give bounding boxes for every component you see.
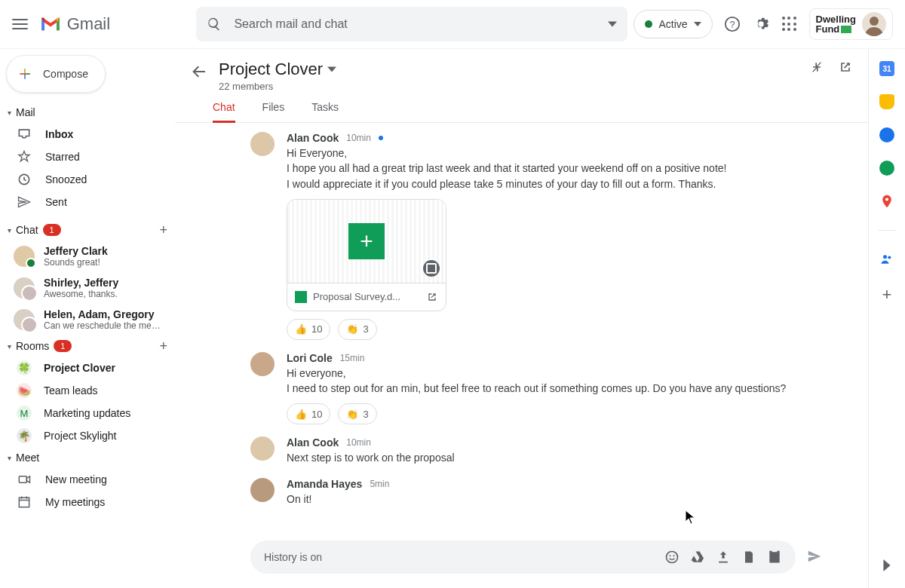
- tab-files[interactable]: Files: [262, 101, 285, 122]
- doc-icon: [17, 217, 32, 218]
- room-item[interactable]: 🌴Project Skylight: [6, 424, 175, 447]
- chat-thread[interactable]: Jeffery ClarkSounds great!: [6, 240, 175, 272]
- add-addon-icon[interactable]: +: [882, 285, 892, 305]
- avatar-icon: [250, 352, 275, 376]
- help-icon[interactable]: ?: [723, 15, 741, 33]
- chevron-down-icon: [694, 22, 701, 26]
- tab-tasks[interactable]: Tasks: [311, 101, 339, 122]
- svg-point-6: [667, 552, 678, 563]
- room-item[interactable]: 🍀Project Clover: [6, 357, 175, 379]
- chat-message: Alan Cook10minHi Everyone,I hope you all…: [190, 127, 853, 348]
- svg-rect-4: [19, 476, 26, 482]
- settings-icon[interactable]: [752, 15, 770, 33]
- open-new-window-icon[interactable]: [838, 60, 853, 75]
- mail-nav-sent[interactable]: Sent: [6, 191, 175, 213]
- contacts-icon[interactable]: [879, 161, 894, 176]
- expand-rail-icon[interactable]: [883, 559, 891, 588]
- tasks-icon[interactable]: [879, 127, 894, 142]
- sidebar-section-meet[interactable]: ▾Meet: [6, 447, 175, 468]
- message-author: Amanda Hayes: [287, 478, 362, 490]
- sidebar-section-chat[interactable]: ▾Chat1+: [6, 219, 175, 240]
- back-arrow-icon[interactable]: [190, 63, 208, 81]
- room-emoji-icon: 🌴: [17, 428, 32, 443]
- meet-new-meeting[interactable]: New meeting: [6, 468, 175, 491]
- status-chip[interactable]: Active: [634, 10, 712, 38]
- sidebar-section-mail[interactable]: ▾Mail: [6, 102, 175, 123]
- chat-thread[interactable]: Helen, Adam, GregoryCan we reschedule th…: [6, 304, 175, 335]
- workspace-brand[interactable]: DwellingFund: [809, 8, 893, 40]
- mail-nav-snoozed[interactable]: Snoozed: [6, 168, 175, 191]
- search-bar[interactable]: [196, 7, 627, 41]
- svg-rect-9: [775, 557, 778, 559]
- message-text: Hi Everyone,I hope you all had a great t…: [287, 145, 853, 191]
- collapse-icon[interactable]: [809, 60, 824, 75]
- room-emoji-icon: M: [17, 406, 32, 421]
- room-title[interactable]: Project Clover: [219, 60, 336, 79]
- reaction-chip[interactable]: 👏3: [338, 319, 376, 340]
- mail-nav-inbox[interactable]: Inbox: [6, 123, 175, 145]
- member-count[interactable]: 22 members: [219, 81, 336, 92]
- chat-badge: 1: [43, 224, 61, 236]
- clock-icon: [17, 172, 32, 187]
- send-button[interactable]: [806, 548, 823, 567]
- calendar-icon[interactable]: 31: [879, 61, 894, 76]
- drive-icon[interactable]: [690, 550, 705, 565]
- open-external-icon[interactable]: [426, 291, 438, 303]
- message-time: 10min: [346, 437, 371, 448]
- sidebar-section-rooms[interactable]: ▾Rooms1+: [6, 335, 175, 357]
- account-avatar[interactable]: [862, 12, 886, 36]
- upload-icon[interactable]: [716, 550, 731, 565]
- svg-point-10: [885, 198, 888, 201]
- plus-multicolor-icon: [17, 66, 32, 81]
- svg-point-11: [883, 255, 887, 259]
- keep-icon[interactable]: [879, 94, 894, 109]
- avatar-icon: [250, 436, 275, 461]
- meet-my-meetings[interactable]: My meetings: [6, 491, 175, 513]
- maps-icon[interactable]: [879, 194, 894, 209]
- search-input[interactable]: [232, 17, 597, 32]
- doc-icon[interactable]: [741, 550, 756, 565]
- rooms-badge: 1: [54, 340, 72, 352]
- chat-thread[interactable]: Shirley, JefferyAwesome, thanks.: [6, 272, 175, 304]
- gmail-icon: [40, 16, 61, 32]
- compose-placeholder: History is on: [264, 551, 654, 563]
- avatar-icon: [14, 309, 35, 330]
- emoji-icon[interactable]: [664, 550, 680, 565]
- reaction-chip[interactable]: 👍10: [287, 403, 330, 424]
- message-text: On it!: [287, 492, 853, 507]
- avatar-icon: [14, 246, 35, 267]
- fullscreen-icon[interactable]: [423, 260, 440, 277]
- reaction-row: 👍10👏3: [287, 403, 853, 424]
- room-item[interactable]: 🍉Team leads: [6, 379, 175, 402]
- svg-point-2: [870, 17, 879, 26]
- app-header: Gmail Active ? DwellingFund: [0, 0, 905, 49]
- mail-nav-drafts[interactable]: Drafts: [6, 213, 175, 218]
- room-emoji-icon: 🍉: [17, 383, 32, 398]
- menu-icon[interactable]: [12, 15, 28, 33]
- status-label: Active: [658, 18, 687, 30]
- apps-icon[interactable]: [781, 15, 799, 33]
- attachment-card[interactable]: +Proposal Survey.d...: [287, 199, 446, 311]
- side-rail: 31 +: [869, 49, 905, 588]
- room-item[interactable]: MMarketing updates: [6, 402, 175, 424]
- gmail-logo-area[interactable]: Gmail: [40, 14, 146, 34]
- message-time: 5min: [370, 479, 389, 489]
- search-options-icon[interactable]: [608, 20, 617, 29]
- status-dot-icon: [645, 20, 652, 28]
- messages-scroll[interactable]: Alan Cook10minHi Everyone,I hope you all…: [175, 123, 868, 531]
- message-time: 15min: [340, 353, 365, 363]
- add-room-icon[interactable]: +: [159, 338, 167, 354]
- video-icon: [17, 472, 32, 487]
- reaction-chip[interactable]: 👍10: [287, 319, 330, 340]
- compose-button[interactable]: Compose: [6, 55, 106, 93]
- svg-point-7: [670, 555, 671, 556]
- mail-nav-starred[interactable]: Starred: [6, 145, 175, 168]
- tab-chat[interactable]: Chat: [213, 101, 235, 123]
- calendar-schedule-icon[interactable]: [767, 550, 782, 565]
- message-compose-bar: History is on: [175, 531, 868, 588]
- contacts-people-icon[interactable]: [879, 252, 894, 267]
- svg-rect-5: [19, 498, 29, 507]
- reaction-chip[interactable]: 👏3: [338, 403, 376, 424]
- add-chat-icon[interactable]: +: [159, 222, 167, 238]
- message-input[interactable]: History is on: [250, 541, 796, 574]
